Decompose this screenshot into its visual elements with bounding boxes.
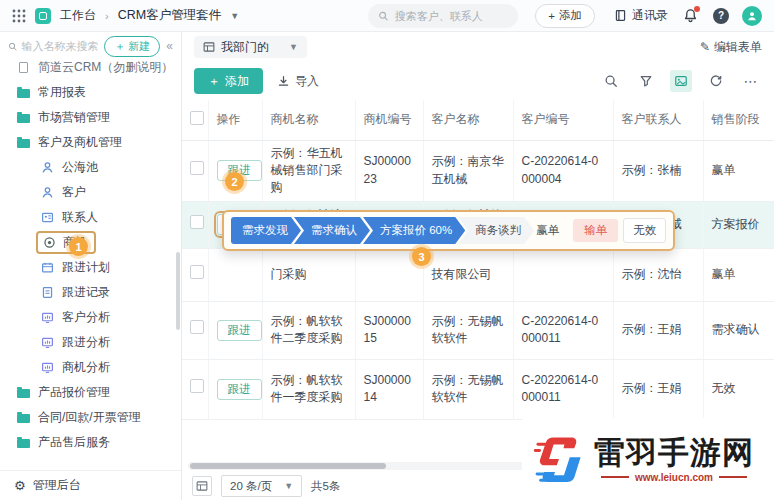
table-settings-icon[interactable] [192, 476, 212, 496]
global-search-input[interactable] [395, 10, 509, 22]
row-checkbox[interactable] [190, 161, 204, 175]
follow-up-button[interactable]: 跟进 [217, 320, 262, 341]
breadcrumb-app-title[interactable]: CRM客户管理套件 [118, 7, 221, 24]
annotation-step-1-badge: 1 [69, 237, 88, 256]
sidebar-item-opportunity-analysis[interactable]: 商机分析 [0, 355, 181, 380]
sidebar-search[interactable] [8, 40, 98, 52]
import-button[interactable]: 导入 [277, 73, 319, 90]
sidebar-item-followup-records[interactable]: 跟进记录 [0, 280, 181, 305]
cell-sales-stage: 方案报价 [703, 201, 774, 248]
stage-step-demand-found[interactable]: 需求发现 [231, 217, 301, 244]
table-row[interactable]: 跟进 示例：帆软软件一季度采购 SJ0000014 示例：无锡帆软软件 C-20… [182, 359, 774, 419]
cell-customer-contact: 示例：沈怡 [613, 248, 703, 301]
workspace-label[interactable]: 工作台 [60, 7, 96, 24]
table-row[interactable]: 跟进 示例：华五机械销售部门采购 SJ0000023 示例：南京华五机械 C-2… [182, 140, 774, 201]
cell-opportunity-name: 示例：帆软软件二季度采购 [262, 301, 355, 359]
sidebar-item-public-pool[interactable]: 公海池 [0, 155, 181, 180]
row-checkbox[interactable] [190, 320, 204, 334]
contact-card-icon [40, 211, 54, 224]
sidebar-item-opportunities[interactable]: 商机 [0, 230, 181, 255]
add-record-button[interactable]: ＋添加 [194, 68, 263, 94]
annotation-step-3-badge: 3 [412, 247, 431, 266]
table-row[interactable]: 门采购 技有限公司 示例：沈怡 赢单 [182, 248, 774, 301]
table-row[interactable]: 跟进 示例：帆软软件二季度采购 SJ0000015 示例：无锡帆软软件 C-20… [182, 301, 774, 359]
table-header-row: 操作 商机名称 商机编号 客户名称 客户编号 客户联系人 销售阶段 [182, 100, 774, 140]
search-icon [8, 41, 17, 52]
chart-monitor-icon [40, 361, 54, 374]
more-options-icon[interactable]: ⋯ [740, 70, 762, 92]
cell-sales-stage: 赢单 [703, 248, 774, 301]
col-header-customer-no: 客户编号 [513, 100, 613, 140]
sidebar-item-product-quote[interactable]: 产品报价管理 [0, 380, 181, 405]
sidebar-item-followup-analysis[interactable]: 跟进分析 [0, 330, 181, 355]
stage-step-invalid[interactable]: 无效 [623, 218, 666, 243]
target-icon [42, 236, 56, 249]
follow-up-button[interactable]: 跟进 [217, 379, 262, 400]
breadcrumb-separator: › [105, 10, 109, 22]
folder-open-icon [16, 137, 30, 148]
notifications-bell-icon[interactable] [683, 8, 698, 23]
admin-console-button[interactable]: ⚙ 管理后台 [0, 470, 181, 500]
watermark-title: 雷羽手游网 [594, 435, 754, 469]
sidebar-item-common-reports[interactable]: 常用报表 [0, 80, 181, 105]
sidebar-item-jdy-crm[interactable]: 简道云CRM（勿删说明） [0, 60, 181, 80]
cell-opportunity-no: SJ0000014 [355, 359, 423, 419]
collapse-sidebar-icon[interactable]: « [166, 39, 173, 53]
sidebar-item-customer-opportunity[interactable]: 客户及商机管理 [0, 130, 181, 155]
cell-customer-no [513, 248, 613, 301]
contacts-button[interactable]: 通讯录 [614, 7, 668, 24]
row-checkbox[interactable] [190, 379, 204, 393]
table-toolbar: ＋添加 导入 ⋯ [182, 62, 774, 100]
view-selector-dropdown[interactable]: 我部门的 ▼ [194, 36, 307, 58]
watermark: 雷羽手游网 www.leiucn.com [522, 418, 774, 500]
stage-step-quote-current[interactable]: 方案报价 60% [363, 217, 465, 244]
sidebar-item-followup-plan[interactable]: 跟进计划 [0, 255, 181, 280]
sidebar-item-after-sales[interactable]: 产品售后服务 [0, 430, 181, 455]
sidebar-scrollbar[interactable] [176, 252, 180, 330]
users-icon [40, 161, 54, 174]
stage-step-demand-confirmed[interactable]: 需求确认 [294, 217, 370, 244]
select-all-checkbox[interactable] [190, 111, 204, 125]
stage-step-negotiation[interactable]: 商务谈判 [458, 217, 534, 244]
leiyu-logo-icon [532, 431, 586, 487]
apps-grid-icon[interactable] [12, 9, 26, 23]
col-header-action: 操作 [208, 100, 262, 140]
opportunity-table: 操作 商机名称 商机编号 客户名称 客户编号 客户联系人 销售阶段 跟进 [182, 100, 774, 462]
sidebar-item-contacts[interactable]: 联系人 [0, 205, 181, 230]
cell-sales-stage: 需求确认 [703, 301, 774, 359]
cell-customer-no: C-20220614-0000004 [513, 140, 613, 201]
cell-opportunity-name: 示例：帆软软件一季度采购 [262, 359, 355, 419]
global-search[interactable] [368, 4, 518, 28]
folder-icon [16, 87, 30, 98]
filter-icon[interactable] [635, 70, 657, 92]
sidebar-search-input[interactable] [21, 40, 98, 52]
avatar[interactable] [742, 6, 762, 26]
topbar-add-button[interactable]: +添加 [535, 4, 595, 28]
page-size-select[interactable]: 20 条/页 ▼ [221, 475, 302, 497]
chevron-down-icon[interactable]: ▼ [230, 11, 239, 21]
workspace-app-icon [35, 8, 51, 24]
sidebar-item-contract-payment[interactable]: 合同/回款/开票管理 [0, 405, 181, 430]
sidebar-nav: 简道云CRM（勿删说明） 常用报表 市场营销管理 客户及商机管理 公海池 [0, 60, 181, 470]
sidebar-item-customers[interactable]: 客户 [0, 180, 181, 205]
view-mode-icon[interactable] [670, 70, 692, 92]
edit-form-button[interactable]: ✎ 编辑表单 [700, 39, 762, 56]
sidebar-item-marketing[interactable]: 市场营销管理 [0, 105, 181, 130]
user-icon [40, 186, 54, 199]
refresh-icon[interactable] [705, 70, 727, 92]
new-form-button[interactable]: ＋ 新建 [104, 36, 160, 57]
search-icon [378, 10, 388, 22]
stage-step-lost[interactable]: 输单 [573, 219, 618, 242]
sidebar-item-customer-analysis[interactable]: 客户分析 [0, 305, 181, 330]
view-selector-row: 我部门的 ▼ ✎ 编辑表单 [182, 32, 774, 62]
notification-dot [694, 6, 700, 12]
row-checkbox[interactable] [190, 215, 204, 229]
folder-icon [16, 437, 30, 448]
crm-screen: 工作台 › CRM客户管理套件 ▼ +添加 通讯录 ? [0, 0, 774, 500]
search-icon[interactable] [600, 70, 622, 92]
row-checkbox[interactable] [190, 265, 204, 279]
scrollbar-thumb[interactable] [190, 463, 386, 469]
help-button[interactable]: ? [713, 8, 729, 24]
watermark-url: www.leiucn.com [601, 472, 747, 483]
cell-customer-no: C-20220614-0000011 [513, 301, 613, 359]
